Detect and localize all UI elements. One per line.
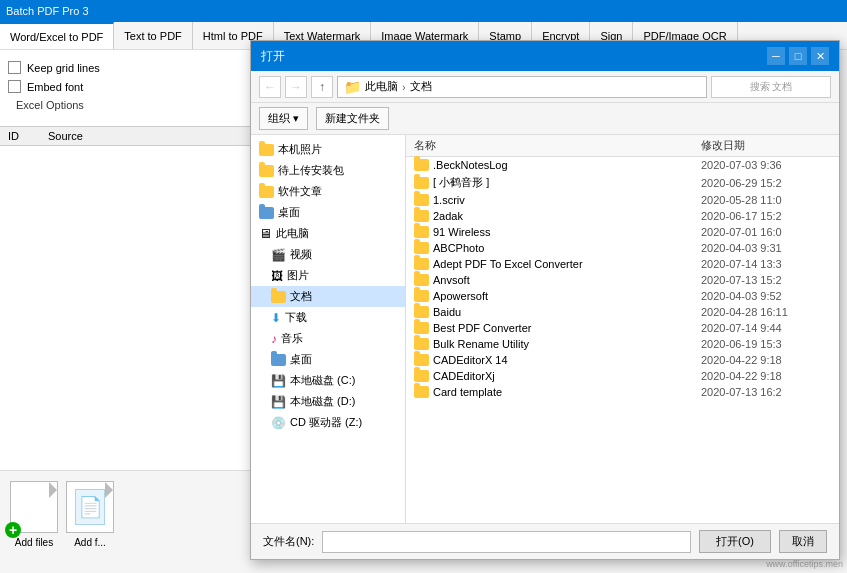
breadcrumb-part-2: 文档 <box>410 79 432 94</box>
tree-label-0: 本机照片 <box>278 142 322 157</box>
organize-btn[interactable]: 组织 ▾ <box>259 107 308 130</box>
file-row-7[interactable]: Anvsoft 2020-07-13 15:2 <box>406 272 839 288</box>
file-row-13[interactable]: CADEditorXj 2020-04-22 9:18 <box>406 368 839 384</box>
file-row-4[interactable]: 91 Wireless 2020-07-01 16:0 <box>406 224 839 240</box>
folder-icon-2 <box>259 186 274 198</box>
file-name-9: Baidu <box>433 306 697 318</box>
tree-item-1[interactable]: 待上传安装包 <box>251 160 405 181</box>
file-name-3: 2adak <box>433 210 697 222</box>
video-icon: 🎬 <box>271 248 286 262</box>
bg-left-panel: Keep grid lines Embed font Excel Options… <box>0 50 260 573</box>
tree-item-downloads[interactable]: ⬇ 下载 <box>251 307 405 328</box>
tree-item-3[interactable]: 桌面 <box>251 202 405 223</box>
file-row-0[interactable]: .BeckNotesLog 2020-07-03 9:36 <box>406 157 839 173</box>
file-row-8[interactable]: Apowersoft 2020-04-03 9:52 <box>406 288 839 304</box>
tree-item-desktop[interactable]: 桌面 <box>251 349 405 370</box>
watermark: www.officetips.men <box>766 559 843 569</box>
file-name-8: Apowersoft <box>433 290 697 302</box>
file-date-10: 2020-07-14 9:44 <box>701 322 831 334</box>
new-folder-label: 新建文件夹 <box>325 111 380 126</box>
header-date[interactable]: 修改日期 <box>701 138 831 153</box>
file-name-0: .BeckNotesLog <box>433 159 697 171</box>
dialog-close-btn[interactable]: ✕ <box>811 47 829 65</box>
filename-input[interactable] <box>322 531 691 553</box>
file-date-5: 2020-04-03 9:31 <box>701 242 831 254</box>
plus-icon-1: + <box>5 522 21 538</box>
file-row-14[interactable]: Card template 2020-07-13 16:2 <box>406 384 839 400</box>
up-btn[interactable]: ↑ <box>311 76 333 98</box>
add-files-btn-2[interactable]: 📄 Add f... <box>66 481 114 563</box>
bg-table-header: ID Source <box>0 126 259 146</box>
tree-label-2: 软件文章 <box>278 184 322 199</box>
file-row-3[interactable]: 2adak 2020-06-17 15:2 <box>406 208 839 224</box>
back-btn[interactable]: ← <box>259 76 281 98</box>
filename-label: 文件名(N): <box>263 534 314 549</box>
file-row-1[interactable]: [ 小鹤音形 ] 2020-06-29 15:2 <box>406 173 839 192</box>
file-row-5[interactable]: ABCPhoto 2020-04-03 9:31 <box>406 240 839 256</box>
pictures-icon: 🖼 <box>271 269 283 283</box>
tree-label-downloads: 下载 <box>285 310 307 325</box>
file-row-9[interactable]: Baidu 2020-04-28 16:11 <box>406 304 839 320</box>
file-row-6[interactable]: Adept PDF To Excel Converter 2020-07-14 … <box>406 256 839 272</box>
dialog-files: 名称 修改日期 .BeckNotesLog 2020-07-03 9:36 [ … <box>406 135 839 523</box>
file-folder-icon-6 <box>414 258 429 270</box>
file-row-10[interactable]: Best PDF Converter 2020-07-14 9:44 <box>406 320 839 336</box>
forward-btn[interactable]: → <box>285 76 307 98</box>
dialog-maximize-btn[interactable]: □ <box>789 47 807 65</box>
tree-item-drive-z[interactable]: 💿 CD 驱动器 (Z:) <box>251 412 405 433</box>
add-files-icon-1: + <box>10 481 58 533</box>
pc-icon: 🖥 <box>259 226 272 241</box>
tree-item-drive-d[interactable]: 💾 本地磁盘 (D:) <box>251 391 405 412</box>
folder-icon-docs <box>271 291 286 303</box>
dialog-minimize-btn[interactable]: ─ <box>767 47 785 65</box>
bg-title: Batch PDF Pro 3 <box>6 5 89 17</box>
download-icon: ⬇ <box>271 311 281 325</box>
new-folder-btn[interactable]: 新建文件夹 <box>316 107 389 130</box>
tree-item-2[interactable]: 软件文章 <box>251 181 405 202</box>
address-bar[interactable]: 📁 此电脑 › 文档 <box>337 76 707 98</box>
file-row-2[interactable]: 1.scriv 2020-05-28 11:0 <box>406 192 839 208</box>
organize-label: 组织 ▾ <box>268 111 299 126</box>
tree-label-video: 视频 <box>290 247 312 262</box>
file-row-12[interactable]: CADEditorX 14 2020-04-22 9:18 <box>406 352 839 368</box>
tree-label-pictures: 图片 <box>287 268 309 283</box>
col-id: ID <box>8 130 48 142</box>
file-folder-icon-13 <box>414 370 429 382</box>
add-files-label-1: Add files <box>15 537 53 548</box>
dialog-titlebar: 打开 ─ □ ✕ <box>251 41 839 71</box>
tree-label-documents: 文档 <box>290 289 312 304</box>
tree-item-pictures[interactable]: 🖼 图片 <box>251 265 405 286</box>
tree-item-0[interactable]: 本机照片 <box>251 139 405 160</box>
add-files-btn-1[interactable]: + Add files <box>10 481 58 563</box>
file-name-12: CADEditorX 14 <box>433 354 697 366</box>
music-icon: ♪ <box>271 332 277 346</box>
breadcrumb-part-1: 此电脑 <box>365 79 398 94</box>
dialog-toolbar: ← → ↑ 📁 此电脑 › 文档 搜索 文档 <box>251 71 839 103</box>
embed-font-checkbox[interactable] <box>8 80 21 93</box>
tab-text-pdf[interactable]: Text to PDF <box>114 22 192 49</box>
embed-font-label: Embed font <box>27 81 83 93</box>
tree-label-desktop: 桌面 <box>290 352 312 367</box>
search-btn[interactable]: 搜索 文档 <box>711 76 831 98</box>
file-folder-icon-9 <box>414 306 429 318</box>
keep-grid-lines-checkbox[interactable] <box>8 61 21 74</box>
embed-font-row[interactable]: Embed font <box>8 77 251 96</box>
tree-item-drive-c[interactable]: 💾 本地磁盘 (C:) <box>251 370 405 391</box>
tab-word-excel[interactable]: Word/Excel to PDF <box>0 22 114 49</box>
file-name-1: [ 小鹤音形 ] <box>433 175 697 190</box>
tree-label-3: 桌面 <box>278 205 300 220</box>
header-name[interactable]: 名称 <box>414 138 701 153</box>
keep-grid-lines-row[interactable]: Keep grid lines <box>8 58 251 77</box>
tree-item-pc[interactable]: 🖥 此电脑 <box>251 223 405 244</box>
col-source: Source <box>48 130 148 142</box>
file-date-0: 2020-07-03 9:36 <box>701 159 831 171</box>
tree-item-music[interactable]: ♪ 音乐 <box>251 328 405 349</box>
tree-item-video[interactable]: 🎬 视频 <box>251 244 405 265</box>
file-folder-icon-10 <box>414 322 429 334</box>
tree-item-documents[interactable]: 文档 <box>251 286 405 307</box>
file-folder-icon-3 <box>414 210 429 222</box>
dialog-open-btn[interactable]: 打开(O) <box>699 530 771 553</box>
dialog-cancel-btn[interactable]: 取消 <box>779 530 827 553</box>
tree-label-1: 待上传安装包 <box>278 163 344 178</box>
file-row-11[interactable]: Bulk Rename Utility 2020-06-19 15:3 <box>406 336 839 352</box>
